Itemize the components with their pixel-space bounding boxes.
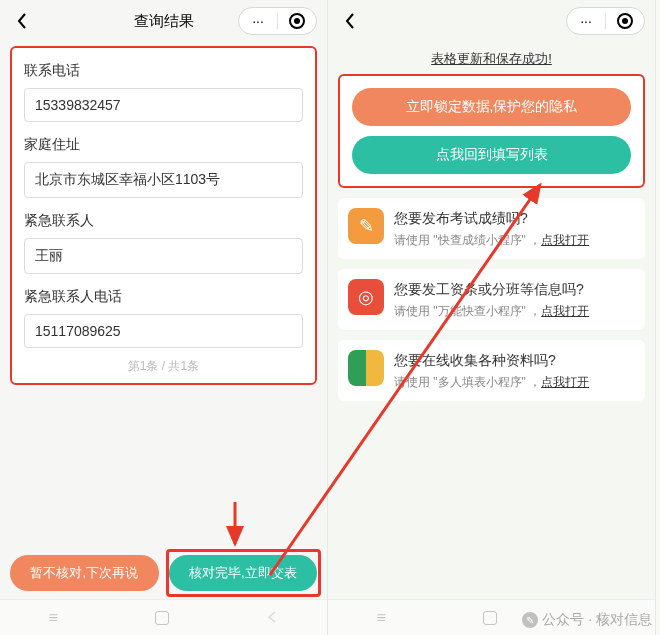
recent-apps-icon[interactable]: ≡ [49, 609, 58, 627]
promo-link[interactable]: 点我打开 [541, 304, 589, 318]
later-button[interactable]: 暂不核对,下次再说 [10, 555, 159, 591]
promo-icon-collect [348, 350, 384, 386]
promo-link[interactable]: 点我打开 [541, 233, 589, 247]
back-to-list-button[interactable]: 点我回到填写列表 [352, 136, 631, 174]
android-nav-bar: ≡ [0, 599, 327, 635]
recent-apps-icon[interactable]: ≡ [377, 609, 386, 627]
back-nav-icon[interactable] [266, 609, 278, 627]
emergency-name-field[interactable]: 王丽 [24, 238, 303, 274]
phone-field[interactable]: 15339832457 [24, 88, 303, 122]
menu-button[interactable]: ··· [239, 7, 277, 35]
left-header: 查询结果 ··· [0, 0, 327, 42]
promo-card[interactable]: ✎ 您要发布考试成绩吗? 请使用 "快查成绩小程序" ，点我打开 [338, 198, 645, 259]
right-phone: ··· 表格更新和保存成功! 立即锁定数据,保护您的隐私 点我回到填写列表 ✎ … [328, 0, 656, 635]
field-label: 联系电话 [24, 62, 303, 80]
mini-program-capsule: ··· [238, 7, 317, 35]
promo-icon-salary: ◎ [348, 279, 384, 315]
promo-icon-exam: ✎ [348, 208, 384, 244]
wechat-icon: ✎ [522, 612, 538, 628]
action-card: 立即锁定数据,保护您的隐私 点我回到填写列表 [338, 74, 645, 188]
watermark: ✎ 公众号 · 核对信息 [522, 611, 652, 629]
form-card: 联系电话 15339832457 家庭住址 北京市东城区幸福小区1103号 紧急… [10, 46, 317, 385]
promo-card[interactable]: ◎ 您要发工资条或分班等信息吗? 请使用 "万能快查小程序" ，点我打开 [338, 269, 645, 330]
field-label: 紧急联系人电话 [24, 288, 303, 306]
mini-program-capsule: ··· [566, 7, 645, 35]
promo-text: 您要发工资条或分班等信息吗? 请使用 "万能快查小程序" ，点我打开 [394, 279, 635, 320]
button-row: 暂不核对,下次再说 核对完毕,立即交表 [0, 555, 327, 599]
lock-data-button[interactable]: 立即锁定数据,保护您的隐私 [352, 88, 631, 126]
promo-text: 您要在线收集各种资料吗? 请使用 "多人填表小程序" ，点我打开 [394, 350, 635, 391]
field-label: 家庭住址 [24, 136, 303, 154]
back-button[interactable] [338, 9, 362, 33]
home-icon[interactable] [155, 611, 169, 625]
emergency-phone-field[interactable]: 15117089625 [24, 314, 303, 348]
target-icon [289, 13, 305, 29]
target-icon [617, 13, 633, 29]
right-header: ··· [328, 0, 655, 42]
field-label: 紧急联系人 [24, 212, 303, 230]
close-button[interactable] [606, 7, 644, 35]
left-phone: 查询结果 ··· 联系电话 15339832457 家庭住址 北京市东城区幸福小… [0, 0, 328, 635]
right-body: 表格更新和保存成功! 立即锁定数据,保护您的隐私 点我回到填写列表 ✎ 您要发布… [328, 42, 655, 599]
promo-card[interactable]: 您要在线收集各种资料吗? 请使用 "多人填表小程序" ，点我打开 [338, 340, 645, 401]
close-button[interactable] [278, 7, 316, 35]
saved-message: 表格更新和保存成功! [338, 50, 645, 68]
promo-link[interactable]: 点我打开 [541, 375, 589, 389]
promo-text: 您要发布考试成绩吗? 请使用 "快查成绩小程序" ，点我打开 [394, 208, 635, 249]
menu-button[interactable]: ··· [567, 7, 605, 35]
home-icon[interactable] [483, 611, 497, 625]
submit-button[interactable]: 核对完毕,立即交表 [169, 555, 318, 591]
pager-text: 第1条 / 共1条 [24, 358, 303, 375]
back-button[interactable] [10, 9, 34, 33]
address-field[interactable]: 北京市东城区幸福小区1103号 [24, 162, 303, 198]
